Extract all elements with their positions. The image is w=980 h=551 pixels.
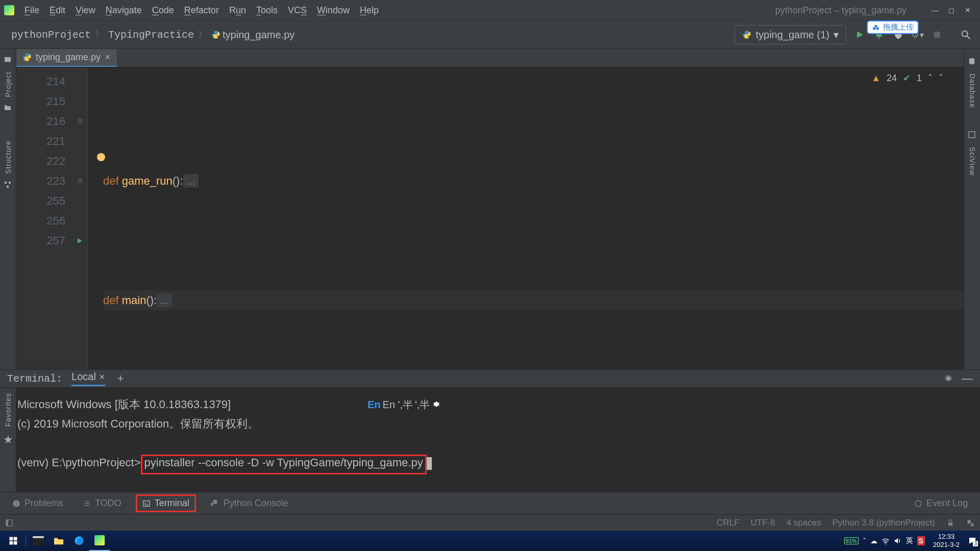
svg-rect-9 [9,182,11,184]
run-icon[interactable] [853,29,866,41]
tray-volume-icon[interactable] [894,537,902,544]
taskbar-explorer-icon[interactable] [48,531,69,551]
svg-rect-16 [143,500,150,506]
menu-run[interactable]: Run [224,4,251,17]
crumb-project[interactable]: pythonProject [8,29,94,41]
menu-view[interactable]: View [70,4,101,17]
status-panel-icon[interactable] [5,519,13,527]
crumb-folder[interactable]: TypingPractice [105,29,197,41]
tab-terminal[interactable]: Terminal [136,494,196,512]
warning-icon: ▲ [871,73,880,84]
add-terminal-icon[interactable]: + [117,372,124,385]
ime-indicator: En En ',半',半 [368,395,441,414]
close-button[interactable]: ✕ [960,4,976,16]
chevron-up-icon[interactable]: ˄ [928,72,933,84]
menu-window[interactable]: Window [312,4,355,17]
svg-point-22 [971,523,974,526]
tray-sogou-icon[interactable]: S [917,536,925,545]
lock-icon[interactable] [946,519,954,527]
svg-rect-28 [33,536,44,538]
favorites-tool[interactable]: Favorites ★ [0,388,16,492]
menu-help[interactable]: Help [355,4,384,17]
start-button[interactable] [3,531,23,551]
svg-rect-10 [7,186,9,188]
chevron-down-icon: ▾ [834,29,839,41]
fold-strip[interactable]: ⊞ ⊞ ▶ [72,67,88,369]
search-icon[interactable] [960,29,972,41]
svg-point-0 [873,27,875,30]
database-icon[interactable] [968,57,977,66]
maximize-button[interactable]: ◻ [943,4,960,16]
structure-tool-label[interactable]: Structure [4,140,12,174]
terminal-panel: Terminal: Local ✕ + — Favorites ★ En En … [0,369,980,492]
menu-bar: File Edit View Navigate Code Refactor Ru… [0,0,980,20]
svg-point-11 [969,58,974,60]
windows-taskbar: 91% ˄ ☁ 英 S 12:33 2021-3-2 3 [0,531,980,551]
status-encoding[interactable]: UTF-8 [751,518,775,528]
taskbar-pycharm-icon[interactable] [89,531,110,551]
menu-edit[interactable]: Edit [44,4,70,17]
svg-point-6 [962,31,968,37]
minimize-button[interactable]: — [927,4,943,16]
project-tool-icon[interactable] [4,55,13,64]
menu-file[interactable]: File [19,4,44,17]
project-tool-label[interactable]: Project [4,71,12,97]
tab-problems[interactable]: ! Problems [7,496,68,511]
svg-rect-23 [10,537,13,541]
taskbar-edge-icon[interactable] [69,531,89,551]
menu-navigate[interactable]: Navigate [101,4,147,17]
close-tab-icon[interactable]: ✕ [99,373,105,381]
svg-point-1 [876,27,879,30]
menu-code[interactable]: Code [147,4,179,17]
database-tool-label[interactable]: Database [968,73,976,108]
tray-notifications-icon[interactable]: 3 [968,536,977,545]
minimize-panel-icon[interactable]: — [962,372,973,385]
tab-event-log[interactable]: Event Log [909,496,973,511]
run-config-selector[interactable]: typing_game (1) ▾ [734,25,846,44]
tray-clock[interactable]: 12:33 2021-3-2 [929,533,964,549]
terminal-line: (c) 2019 Microsoft Corporation。保留所有权利。 [17,414,970,434]
tray-wifi-icon[interactable] [881,537,890,544]
check-icon: ✔ [903,72,911,84]
sciview-icon[interactable] [968,131,977,140]
upload-pill[interactable]: 拖拽上传 [867,20,919,34]
cursor [427,457,432,470]
inspector-icon[interactable] [966,518,975,528]
close-tab-icon[interactable]: ✕ [105,53,111,61]
editor[interactable]: 214 215 216 221 222 223 255 256 257 ⊞ ⊞ … [16,67,964,369]
terminal-body[interactable]: Favorites ★ En En ',半',半 Microsoft Windo… [0,388,980,492]
tab-todo[interactable]: TODO [78,496,127,511]
svg-rect-25 [10,541,13,545]
svg-point-30 [885,543,886,544]
crumb-file[interactable]: typing_game.py [208,29,298,41]
menu-refactor[interactable]: Refactor [179,4,224,17]
status-interpreter[interactable]: Python 3.8 (pythonProject) [832,518,935,528]
intention-bulb-icon[interactable] [97,153,105,161]
battery-indicator[interactable]: 91% [844,537,859,544]
status-line-separator[interactable]: CRLF [717,518,739,528]
sciview-tool-label[interactable]: SciView [968,147,976,176]
code-area[interactable]: def game_run():... def main():... if __n… [88,67,964,369]
folder-icon[interactable] [4,104,13,113]
chevron-down-icon[interactable]: ˅ [939,72,943,84]
menu-vcs[interactable]: VCS [283,4,312,17]
tab-python-console[interactable]: Python Console [205,496,293,511]
svg-rect-24 [14,537,17,541]
tray-language[interactable]: 英 [906,536,913,545]
stop-icon[interactable] [931,29,943,41]
editor-tabs: typing_game.py ✕ [16,49,964,67]
tray-chevron-icon[interactable]: ˄ [863,537,866,545]
left-tool-strip: Project Structure [0,49,16,369]
taskbar-terminal-icon[interactable] [28,531,48,551]
gear-icon[interactable] [943,373,953,384]
editor-inspection-status[interactable]: ▲24 ✔1 ˄ ˅ [871,72,943,84]
editor-tab[interactable]: typing_game.py ✕ [16,48,117,67]
menu-tools[interactable]: Tools [251,4,283,17]
svg-rect-20 [948,522,952,525]
tray-cloud-icon[interactable]: ☁ [870,537,877,545]
terminal-tab[interactable]: Local ✕ [71,371,105,386]
svg-point-21 [967,520,971,524]
svg-rect-7 [5,57,11,62]
status-indent[interactable]: 4 spaces [787,518,821,528]
structure-icon[interactable] [4,181,13,190]
